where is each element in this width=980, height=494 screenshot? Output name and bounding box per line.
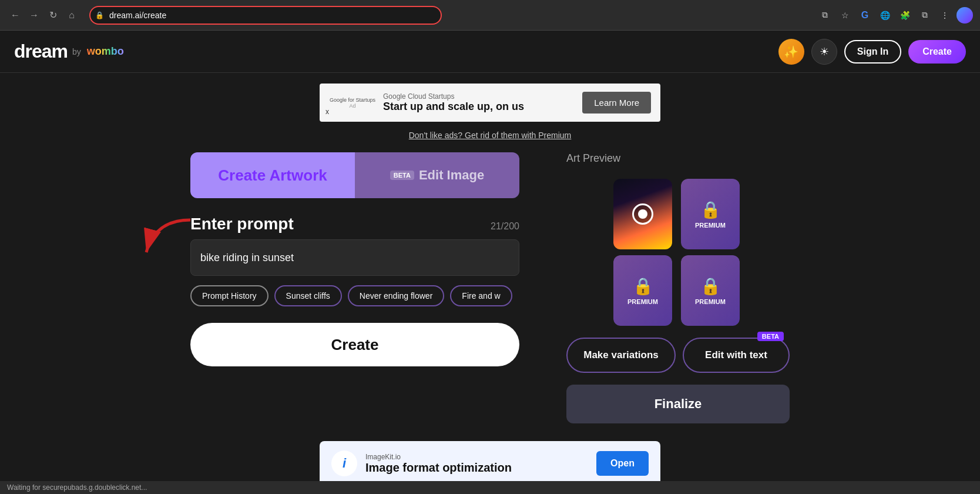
learn-more-button[interactable]: Learn More — [582, 92, 651, 114]
ad-logo-area: Google for Startups Ad — [329, 97, 376, 109]
tab-edit-image[interactable]: BETA Edit Image — [355, 152, 519, 198]
make-variations-button[interactable]: Make variations — [566, 338, 676, 373]
logo-area: dream by wombo — [14, 41, 124, 62]
lock-icon-4: 🔒 — [700, 276, 721, 296]
finalize-button[interactable]: Finalize — [566, 385, 790, 423]
prompt-count: 21/200 — [491, 221, 519, 232]
ad-main-text: Start up and scale up, on us — [383, 101, 575, 113]
edit-with-text-button[interactable]: Edit with text — [683, 338, 790, 373]
prompt-header: Enter prompt 21/200 — [190, 215, 519, 233]
premium-overlay-2: 🔒 PREMIUM — [681, 179, 740, 249]
browser-chrome: ← → ↻ ⌂ 🔒 ⧉ ☆ G 🌐 🧩 ⧉ ⋮ — [0, 0, 980, 31]
red-arrow — [137, 214, 196, 261]
premium-text-3: PREMIUM — [627, 298, 658, 305]
edit-beta-badge: BETA — [390, 171, 414, 180]
sign-in-button[interactable]: Sign In — [844, 40, 901, 64]
create-header-button[interactable]: Create — [908, 40, 966, 64]
premium-link-area: Don't like ads? Get rid of them with Pre… — [0, 130, 980, 141]
prompt-input[interactable] — [190, 239, 519, 276]
theme-toggle[interactable]: ☀ — [811, 39, 837, 65]
ad-close-button[interactable]: x — [325, 108, 329, 116]
preview-thumb-3[interactable]: 🔒 PREMIUM — [613, 255, 672, 326]
edit-tab-label: Edit Image — [419, 168, 484, 183]
back-button[interactable]: ← — [7, 7, 24, 24]
google-extension-icon[interactable]: G — [857, 7, 873, 24]
globe-icon[interactable]: 🌐 — [877, 7, 893, 24]
google-cloud-logo: Google for Startups — [330, 97, 375, 103]
tab-bar: Create Artwork BETA Edit Image — [190, 152, 519, 198]
suggestion-chip-sunset[interactable]: Sunset cliffs — [274, 285, 342, 306]
preview-thumb-4[interactable]: 🔒 PREMIUM — [681, 255, 740, 326]
prompt-chips: Prompt History Sunset cliffs Never endin… — [190, 285, 519, 306]
forward-button[interactable]: → — [26, 7, 42, 24]
address-bar-wrapper: 🔒 — [89, 6, 442, 25]
bottom-ad-text: ImageKit.io Image format optimization — [365, 453, 588, 475]
content-layout: Create Artwork BETA Edit Image Enter pro… — [0, 152, 980, 423]
bottom-ad-banner: i ImageKit.io Image format optimization … — [320, 441, 660, 486]
by-label: by — [72, 47, 81, 56]
lock-icon: 🔒 — [95, 11, 104, 19]
ad-sponsor-label: Ad — [349, 103, 355, 109]
lock-icon-2: 🔒 — [700, 200, 721, 219]
premium-text-2: PREMIUM — [695, 222, 726, 229]
prompt-history-chip[interactable]: Prompt History — [190, 285, 269, 306]
status-text: Waiting for securepubads.g.doubleclick.n… — [7, 483, 147, 492]
prompt-label: Enter prompt — [190, 215, 294, 233]
ad-text-area: Google Cloud Startups Start up and scale… — [383, 92, 575, 113]
right-panel: Art Preview 🔒 PREMIUM — [566, 152, 790, 423]
edit-text-beta-badge: BETA — [757, 332, 784, 341]
bookmark-icon[interactable]: ☆ — [837, 7, 853, 24]
browser-actions: ⧉ ☆ G 🌐 🧩 ⧉ ⋮ — [817, 7, 973, 24]
sparkle-button[interactable]: ✨ — [778, 39, 804, 65]
bottom-ad-open-button[interactable]: Open — [596, 451, 649, 476]
bottom-ad-main: Image format optimization — [365, 461, 588, 475]
reload-button[interactable]: ↻ — [45, 7, 61, 24]
tab-create-artwork[interactable]: Create Artwork — [190, 152, 355, 198]
preview-thumb-1[interactable] — [613, 179, 672, 249]
lock-icon-3: 🔒 — [633, 276, 653, 296]
extensions-icon[interactable]: 🧩 — [897, 7, 913, 24]
art-preview-label: Art Preview — [566, 152, 620, 165]
premium-overlay-3: 🔒 PREMIUM — [613, 255, 672, 326]
header-actions: ✨ ☀ Sign In Create — [778, 39, 966, 65]
ad-brand: Google Cloud Startups — [383, 92, 575, 101]
menu-icon[interactable]: ⋮ — [937, 7, 953, 24]
create-button[interactable]: Create — [190, 323, 519, 366]
left-panel: Create Artwork BETA Edit Image Enter pro… — [190, 152, 519, 366]
premium-text-4: PREMIUM — [695, 298, 726, 305]
app-header: dream by wombo ✨ ☀ Sign In Create — [0, 31, 980, 73]
dream-logo: dream — [14, 41, 68, 62]
nav-buttons: ← → ↻ ⌂ — [7, 7, 80, 24]
action-buttons: Make variations BETA Edit with text — [566, 338, 790, 373]
top-ad-banner: x Google for Startups Ad Google Cloud St… — [320, 84, 660, 122]
main-content: x Google for Startups Ad Google Cloud St… — [0, 84, 980, 494]
preview-grid: 🔒 PREMIUM 🔒 PREMIUM 🔒 PREMIUM — [613, 179, 743, 326]
address-bar[interactable] — [89, 6, 442, 25]
share-icon[interactable]: ⧉ — [817, 7, 833, 24]
status-bar: Waiting for securepubads.g.doubleclick.n… — [0, 481, 980, 494]
preview-thumb-2[interactable]: 🔒 PREMIUM — [681, 179, 740, 249]
bottom-ad-brand: ImageKit.io — [365, 453, 588, 461]
premium-overlay-4: 🔒 PREMIUM — [681, 255, 740, 326]
home-button[interactable]: ⌂ — [63, 7, 80, 24]
address-bar-container: 🔒 — [89, 6, 442, 25]
imagekit-icon: i — [331, 450, 357, 476]
profile-avatar[interactable] — [956, 7, 973, 24]
split-view-icon[interactable]: ⧉ — [917, 7, 933, 24]
suggestion-chip-fire[interactable]: Fire and w — [450, 285, 512, 306]
wombo-logo: wombo — [87, 45, 124, 58]
suggestion-chip-flower[interactable]: Never ending flower — [348, 285, 445, 306]
premium-link[interactable]: Don't like ads? Get rid of them with Pre… — [409, 131, 572, 140]
edit-with-text-wrap: BETA Edit with text — [683, 338, 790, 373]
